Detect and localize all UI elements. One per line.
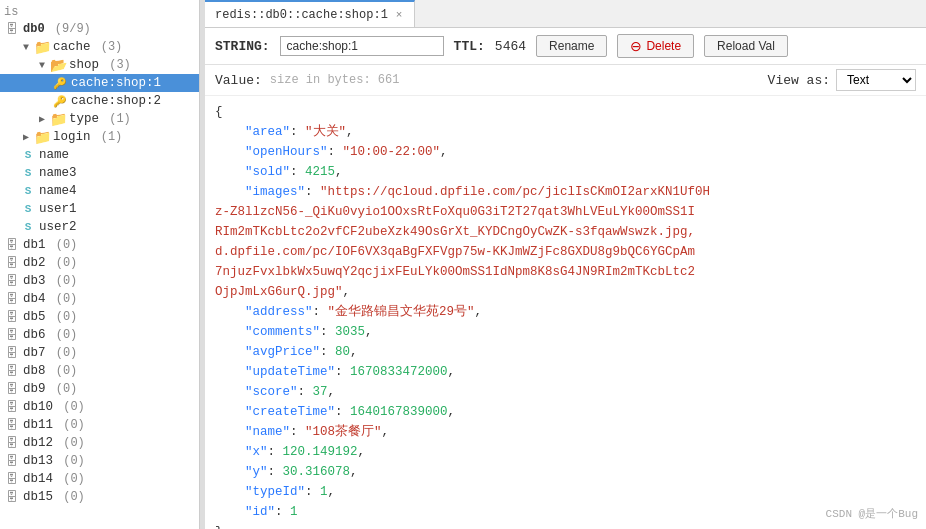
- cache-label: cache: [53, 40, 91, 54]
- shop-label: shop: [69, 58, 99, 72]
- user2-icon: S: [20, 219, 36, 235]
- db1-count: (0): [49, 238, 78, 252]
- sidebar-item-cache[interactable]: ▼ 📁 cache (3): [0, 38, 199, 56]
- sidebar-item-db4[interactable]: 🗄 db4 (0): [0, 290, 199, 308]
- db15-count: (0): [56, 490, 85, 504]
- db4-icon: 🗄: [4, 291, 20, 307]
- shop-count: (3): [102, 58, 131, 72]
- db7-icon: 🗄: [4, 345, 20, 361]
- name3-label: name3: [39, 166, 77, 180]
- login-label: login: [53, 130, 91, 144]
- delete-button[interactable]: ⊖ Delete: [617, 34, 694, 58]
- sidebar-item-db5[interactable]: 🗄 db5 (0): [0, 308, 199, 326]
- sidebar-item-db10[interactable]: 🗄 db10 (0): [0, 398, 199, 416]
- cache-shop-1-icon: 🔑: [52, 75, 68, 91]
- db12-icon: 🗄: [4, 435, 20, 451]
- json-content-area[interactable]: { "area": "大关", "openHours": "10:00-22:0…: [205, 95, 926, 529]
- sidebar-item-cache-shop-1[interactable]: 🔑 cache:shop:1: [0, 74, 199, 92]
- sidebar-item-db11[interactable]: 🗄 db11 (0): [0, 416, 199, 434]
- db1-icon: 🗄: [4, 237, 20, 253]
- sidebar-item-name4[interactable]: S name4: [0, 182, 199, 200]
- db1-label: db1: [23, 238, 46, 252]
- sidebar-item-db8[interactable]: 🗄 db8 (0): [0, 362, 199, 380]
- db5-count: (0): [49, 310, 78, 324]
- value-header: Value: size in bytes: 661 View as: Text …: [205, 65, 926, 95]
- user1-icon: S: [20, 201, 36, 217]
- name3-icon: S: [20, 165, 36, 181]
- db10-icon: 🗄: [4, 399, 20, 415]
- name4-label: name4: [39, 184, 77, 198]
- db5-icon: 🗄: [4, 309, 20, 325]
- view-as-select[interactable]: Text JSON Hex: [836, 69, 916, 91]
- sidebar-item-db12[interactable]: 🗄 db12 (0): [0, 434, 199, 452]
- db2-label: db2: [23, 256, 46, 270]
- reload-button[interactable]: Reload Val: [704, 35, 788, 57]
- db7-label: db7: [23, 346, 46, 360]
- type-count: (1): [102, 112, 131, 126]
- login-count: (1): [94, 130, 123, 144]
- active-tab[interactable]: redis::db0::cache:shop:1 ×: [205, 0, 415, 27]
- shop-arrow: ▼: [36, 59, 48, 71]
- sidebar-item-login[interactable]: ▶ 📁 login (1): [0, 128, 199, 146]
- db3-icon: 🗄: [4, 273, 20, 289]
- main-panel: redis::db0::cache:shop:1 × STRING: TTL: …: [205, 0, 926, 529]
- db9-icon: 🗄: [4, 381, 20, 397]
- cache-folder-icon: 📁: [34, 39, 50, 55]
- db13-label: db13: [23, 454, 53, 468]
- sidebar-item-db9[interactable]: 🗄 db9 (0): [0, 380, 199, 398]
- value-hint: size in bytes: 661: [270, 73, 400, 87]
- cache-arrow: ▼: [20, 41, 32, 53]
- sidebar-item-cache-shop-2[interactable]: 🔑 cache:shop:2: [0, 92, 199, 110]
- sidebar-item-db3[interactable]: 🗄 db3 (0): [0, 272, 199, 290]
- db2-count: (0): [49, 256, 78, 270]
- db5-label: db5: [23, 310, 46, 324]
- db8-icon: 🗄: [4, 363, 20, 379]
- value-label: Value:: [215, 73, 262, 88]
- db0-icon: 🗄: [4, 21, 20, 37]
- sidebar-item-shop[interactable]: ▼ 📂 shop (3): [0, 56, 199, 74]
- rename-button[interactable]: Rename: [536, 35, 607, 57]
- delete-circle-icon: ⊖: [630, 38, 642, 54]
- cache-shop-1-label: cache:shop:1: [71, 76, 161, 90]
- sidebar-item-name[interactable]: S name: [0, 146, 199, 164]
- sidebar-item-db14[interactable]: 🗄 db14 (0): [0, 470, 199, 488]
- sidebar: is 🗄 db0 (9/9) ▼ 📁 cache (3) ▼ 📂 shop (3…: [0, 0, 200, 529]
- type-label-display: STRING:: [215, 39, 270, 54]
- cache-shop-2-label: cache:shop:2: [71, 94, 161, 108]
- db6-count: (0): [49, 328, 78, 342]
- tab-label: redis::db0::cache:shop:1: [215, 8, 388, 22]
- db4-label: db4: [23, 292, 46, 306]
- sidebar-item-type[interactable]: ▶ 📁 type (1): [0, 110, 199, 128]
- user2-label: user2: [39, 220, 77, 234]
- tab-bar: redis::db0::cache:shop:1 ×: [205, 0, 926, 28]
- sidebar-item-user1[interactable]: S user1: [0, 200, 199, 218]
- key-name-input[interactable]: [280, 36, 444, 56]
- db6-icon: 🗄: [4, 327, 20, 343]
- db11-count: (0): [56, 418, 85, 432]
- sidebar-item-name3[interactable]: S name3: [0, 164, 199, 182]
- sidebar-item-db1[interactable]: 🗄 db1 (0): [0, 236, 199, 254]
- db13-count: (0): [56, 454, 85, 468]
- sidebar-item-db7[interactable]: 🗄 db7 (0): [0, 344, 199, 362]
- ttl-label: TTL:: [454, 39, 485, 54]
- name-icon: S: [20, 147, 36, 163]
- sidebar-item-user2[interactable]: S user2: [0, 218, 199, 236]
- db0-header[interactable]: 🗄 db0 (9/9): [0, 20, 199, 38]
- db12-count: (0): [56, 436, 85, 450]
- login-folder-icon: 📁: [34, 129, 50, 145]
- db6-label: db6: [23, 328, 46, 342]
- tab-close-button[interactable]: ×: [394, 9, 405, 21]
- db15-icon: 🗄: [4, 489, 20, 505]
- type-folder-icon: 📁: [50, 111, 66, 127]
- db4-count: (0): [49, 292, 78, 306]
- sidebar-item-db13[interactable]: 🗄 db13 (0): [0, 452, 199, 470]
- cache-count: (3): [94, 40, 123, 54]
- view-as-label: View as:: [768, 73, 830, 88]
- sidebar-item-db15[interactable]: 🗄 db15 (0): [0, 488, 199, 506]
- sidebar-item-db6[interactable]: 🗄 db6 (0): [0, 326, 199, 344]
- watermark: CSDN @是一个Bug: [826, 506, 918, 521]
- db3-label: db3: [23, 274, 46, 288]
- db8-label: db8: [23, 364, 46, 378]
- db10-label: db10: [23, 400, 53, 414]
- sidebar-item-db2[interactable]: 🗄 db2 (0): [0, 254, 199, 272]
